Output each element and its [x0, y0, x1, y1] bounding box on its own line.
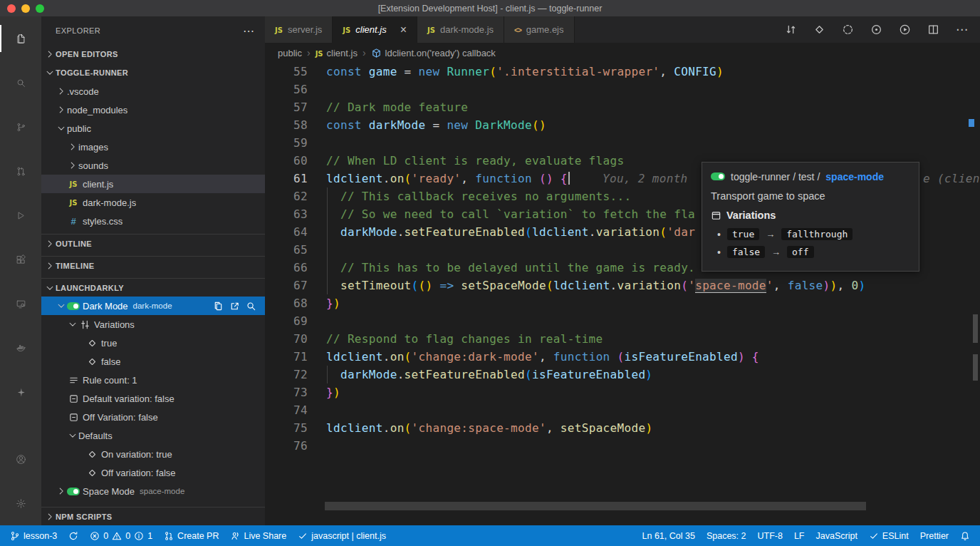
minimize-window-button[interactable] [21, 4, 30, 13]
activity-item-live-preview[interactable] [0, 282, 41, 326]
tree-item-styles-css[interactable]: #styles.css [41, 212, 265, 230]
breadcrumb-label: ldclient.on('ready') callback [385, 48, 496, 58]
tree-item-public[interactable]: public [41, 119, 265, 138]
horizontal-scrollbar[interactable] [325, 502, 866, 510]
statusbar-sync[interactable] [63, 525, 84, 546]
statusbar-prettier[interactable]: Prettier [914, 525, 954, 546]
tab-client-js[interactable]: JSclient.js× [333, 16, 417, 43]
tree-item-true[interactable]: true [41, 334, 265, 352]
line-number: 60 [265, 152, 326, 170]
circle-outline-button[interactable] [842, 24, 854, 36]
tree-item-node-modules[interactable]: node_modules [41, 101, 265, 119]
tab-game-ejs[interactable]: <>game.ejs [504, 16, 574, 43]
code-line-68[interactable]: 68}) [265, 294, 980, 312]
code-line-69[interactable]: 69 [265, 312, 980, 330]
tab-server-js[interactable]: JSserver.js [265, 16, 333, 43]
tree-item-off-variation-false[interactable]: Off variation: false [41, 463, 265, 482]
section-outline[interactable]: OUTLINE [41, 234, 265, 252]
statusbar-language-status[interactable]: javascript | client.js [292, 525, 392, 546]
section-npm-scripts[interactable]: NPM SCRIPTS [41, 507, 265, 525]
statusbar-encoding[interactable]: UTF-8 [751, 525, 788, 546]
tree-item-space-mode[interactable]: Space Modespace-mode [41, 482, 265, 500]
tree-item-dark-mode[interactable]: Dark Modedark-mode [41, 297, 265, 315]
code-line-58[interactable]: 58const darkMode = new DarkMode() [265, 116, 980, 134]
statusbar-live-share[interactable]: Live Share [224, 525, 292, 546]
js-icon: JS [316, 48, 323, 58]
activity-item-launchdarkly[interactable] [0, 370, 41, 414]
section-launchdarkly[interactable]: LAUNCHDARKLY [41, 278, 265, 297]
code-line-57[interactable]: 57// Dark mode feature [265, 98, 980, 116]
activity-item-source-control[interactable] [0, 105, 41, 149]
tree-item-sounds[interactable]: sounds [41, 156, 265, 175]
tree-item-off-variation-false[interactable]: Off Variation: false [41, 408, 265, 426]
code-line-72[interactable]: 72 darkMode.setFeatureEnabled(isFeatureE… [265, 366, 980, 383]
run-button[interactable] [899, 24, 911, 36]
search-button[interactable] [246, 301, 256, 311]
statusbar-indentation[interactable]: Spaces: 2 [701, 525, 752, 546]
code-line-70[interactable]: 70// Respond to flag changes in real-tim… [265, 330, 980, 348]
tree-item-variations[interactable]: Variations [41, 315, 265, 334]
activity-item-run-debug[interactable] [0, 193, 41, 237]
tree-item-client-js[interactable]: JSclient.js [41, 175, 265, 193]
tab-dark-mode-js[interactable]: JSdark-mode.js [417, 16, 504, 43]
code-line-74[interactable]: 74 [265, 401, 980, 419]
token: ldclient [326, 172, 383, 185]
close-tab-icon[interactable]: × [400, 24, 407, 36]
tree-item-dark-mode-js[interactable]: JSdark-mode.js [41, 193, 265, 212]
more-actions-button[interactable]: ⋯ [956, 22, 968, 37]
git-compare-button[interactable] [785, 24, 797, 36]
activity-item-docker[interactable] [0, 326, 41, 370]
statusbar-eol[interactable]: LF [788, 525, 810, 546]
statusbar-cursor-position[interactable]: Ln 61, Col 35 [637, 525, 701, 546]
ld-flag-button[interactable] [813, 24, 825, 36]
statusbar-text: LF [794, 531, 805, 541]
activity-item-github-pull-requests[interactable] [0, 149, 41, 193]
statusbar-language-mode[interactable]: JavaScript [810, 525, 863, 546]
code-line-75[interactable]: 75ldclient.on('change:space-mode', setSp… [265, 419, 980, 437]
explorer-more-actions-button[interactable]: ⋯ [243, 24, 255, 38]
breadcrumb-item-ldclient-on-ready-callback[interactable]: ldclient.on('ready') callback [371, 48, 496, 58]
section-timeline[interactable]: TIMELINE [41, 256, 265, 274]
tree-item-vscode[interactable]: .vscode [41, 82, 265, 101]
code-line-71[interactable]: 71ldclient.on('change:dark-mode', functi… [265, 348, 980, 366]
tree-item-on-variation-true[interactable]: On variation: true [41, 445, 265, 463]
code-line-59[interactable]: 59 [265, 134, 980, 152]
copy-button[interactable] [213, 301, 224, 311]
token: ( [617, 350, 625, 364]
section-open-editors[interactable]: OPEN EDITORS [41, 45, 265, 63]
section-toggle-runner[interactable]: TOGGLE-RUNNER [41, 63, 265, 82]
activity-item-search[interactable] [0, 61, 41, 105]
breadcrumb-item-client-js[interactable]: JSclient.js [316, 48, 358, 58]
zoom-window-button[interactable] [36, 4, 44, 13]
token: // This has to be delayed until the game… [340, 261, 695, 274]
breadcrumb-item-public[interactable]: public [278, 48, 302, 58]
hover-flag-link[interactable]: space-mode [825, 171, 884, 182]
activity-item-accounts[interactable] [0, 437, 41, 481]
statusbar-eslint[interactable]: ESLint [863, 525, 914, 546]
open-external-button[interactable] [229, 301, 240, 311]
code-line-55[interactable]: 55const game = new Runner('.interstitial… [265, 63, 980, 81]
code-line-67[interactable]: 67 setTimeout(() => setSpaceMode(ldclien… [265, 277, 980, 294]
activity-item-explorer[interactable] [0, 16, 41, 61]
code-line-76[interactable]: 76 [265, 437, 980, 455]
pr-icon [164, 531, 174, 541]
code-line-56[interactable]: 56 [265, 81, 980, 98]
activity-item-extensions[interactable] [0, 237, 41, 282]
code-line-73[interactable]: 73}) [265, 383, 980, 401]
token: const [326, 65, 362, 78]
statusbar-git-branch[interactable]: lesson-3 [4, 525, 63, 546]
tree-item-rule-count-1[interactable]: Rule count: 1 [41, 371, 265, 389]
statusbar-problems[interactable]: 001 [84, 525, 158, 546]
tree-item-images[interactable]: images [41, 138, 265, 156]
statusbar-create-pr[interactable]: Create PR [158, 525, 224, 546]
tree-item-false[interactable]: false [41, 352, 265, 371]
circle-dot-button[interactable] [870, 24, 882, 36]
split-editor-button[interactable] [927, 24, 939, 36]
token: 0 [851, 279, 858, 292]
statusbar-notifications[interactable] [954, 525, 976, 546]
line-number: 76 [265, 437, 326, 455]
activity-item-settings[interactable] [0, 481, 41, 525]
tree-item-default-variation-false[interactable]: Default variation: false [41, 389, 265, 408]
tree-item-defaults[interactable]: Defaults [41, 426, 265, 445]
close-window-button[interactable] [7, 4, 16, 13]
